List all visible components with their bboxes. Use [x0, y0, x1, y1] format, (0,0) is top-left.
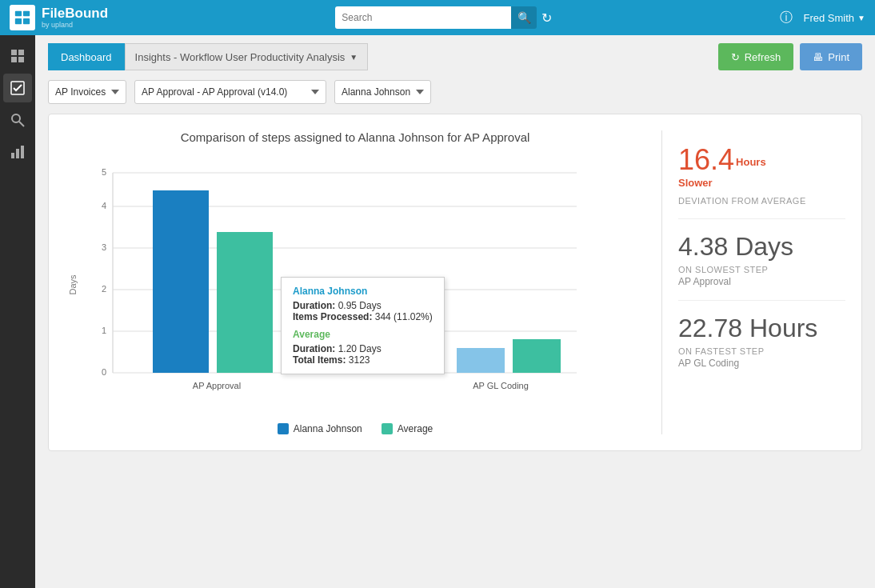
- undo-button[interactable]: ↻: [541, 10, 552, 26]
- chart-tooltip: Alanna Johnson Duration: 0.95 Days Items…: [281, 277, 445, 374]
- search-button[interactable]: 🔍: [511, 6, 537, 29]
- brand-name: FileBound: [42, 6, 108, 21]
- stats-panel: 16.4HoursSlower DEVIATION FROM AVERAGE 4…: [661, 130, 845, 434]
- bar-gl-avg: [513, 339, 561, 373]
- svg-rect-7: [18, 57, 24, 62]
- legend-user-color: [278, 423, 289, 434]
- svg-rect-6: [11, 57, 17, 62]
- svg-rect-5: [18, 50, 24, 55]
- toolbar: Dashboard Insights - Workflow User Produ…: [48, 43, 862, 70]
- fastest-step: AP GL Coding: [678, 358, 845, 369]
- svg-point-9: [12, 114, 20, 122]
- slowest-step: AP Approval: [678, 276, 845, 287]
- tooltip-items: Items Processed: 344 (11.02%): [293, 311, 433, 322]
- svg-rect-0: [15, 11, 22, 16]
- sidebar-item-grid[interactable]: [3, 42, 32, 70]
- print-button[interactable]: 🖶 Print: [800, 43, 862, 70]
- chevron-down-icon: ▼: [350, 53, 358, 62]
- tab-dashboard[interactable]: Dashboard: [48, 43, 125, 70]
- logo: [10, 5, 35, 30]
- tooltip-avg-label: Average: [293, 329, 433, 340]
- svg-rect-4: [11, 50, 17, 55]
- filter-step[interactable]: AP Approval - AP Approval (v14.0): [134, 80, 326, 104]
- svg-rect-3: [23, 18, 30, 24]
- svg-text:AP GL Coding: AP GL Coding: [473, 381, 529, 390]
- user-menu-button[interactable]: Fred Smith ▼: [804, 12, 865, 24]
- svg-text:Days: Days: [68, 274, 78, 295]
- svg-rect-2: [15, 18, 22, 24]
- filter-workflow[interactable]: AP Invoices: [48, 80, 126, 104]
- filter-user[interactable]: Alanna Johnson: [334, 80, 431, 104]
- user-name: Fred Smith: [804, 12, 855, 24]
- search-input[interactable]: [335, 6, 511, 29]
- slowest-value: 4.38 Days: [678, 232, 845, 262]
- sidebar-item-tasks[interactable]: [3, 74, 32, 102]
- stat-fastest: 22.78 Hours ON FASTEST STEP AP GL Coding: [678, 301, 845, 382]
- chart-area: Comparison of steps assigned to Alanna J…: [65, 130, 645, 434]
- legend-avg-label: Average: [398, 423, 433, 434]
- chart-legend: Alanna Johnson Average: [65, 423, 645, 434]
- sidebar-item-charts[interactable]: [3, 138, 32, 166]
- tab-bar: Dashboard Insights - Workflow User Produ…: [48, 43, 368, 70]
- sidebar-item-search[interactable]: [3, 106, 32, 134]
- deviation-label: DEVIATION FROM AVERAGE: [678, 196, 845, 206]
- bar-ap-approval-user: [153, 190, 209, 373]
- stat-deviation: 16.4HoursSlower DEVIATION FROM AVERAGE: [678, 130, 845, 219]
- svg-rect-12: [16, 149, 19, 158]
- legend-user: Alanna Johnson: [278, 423, 362, 434]
- svg-text:AP Approval: AP Approval: [193, 381, 241, 390]
- svg-text:2: 2: [102, 284, 106, 294]
- fastest-value: 22.78 Hours: [678, 314, 845, 343]
- svg-line-10: [19, 122, 24, 126]
- legend-avg-color: [382, 423, 393, 434]
- svg-text:1: 1: [102, 326, 106, 335]
- svg-rect-13: [21, 146, 24, 158]
- help-button[interactable]: ⓘ: [780, 10, 793, 26]
- chevron-down-icon: ▼: [857, 14, 865, 22]
- tooltip-duration: Duration: 0.95 Days: [293, 300, 433, 311]
- svg-text:0: 0: [102, 367, 106, 377]
- brand-sub: by upland: [42, 21, 108, 29]
- bar-gl-user: [457, 348, 505, 373]
- tooltip-user-label: Alanna Johnson: [293, 286, 433, 297]
- filters-row: AP Invoices AP Approval - AP Approval (v…: [48, 80, 862, 104]
- chart-container: Comparison of steps assigned to Alanna J…: [48, 114, 862, 451]
- fastest-label: ON FASTEST STEP: [678, 346, 845, 356]
- svg-rect-11: [11, 153, 14, 158]
- sidebar: [0, 35, 35, 588]
- svg-text:3: 3: [102, 242, 106, 252]
- refresh-icon: ↻: [731, 51, 740, 63]
- svg-rect-1: [23, 11, 30, 16]
- print-icon: 🖶: [813, 51, 823, 63]
- legend-user-label: Alanna Johnson: [294, 423, 362, 434]
- bar-ap-approval-avg: [217, 232, 273, 373]
- tooltip-avg-duration: Duration: 1.20 Days: [293, 343, 433, 354]
- stat-slowest: 4.38 Days ON SLOWEST STEP AP Approval: [678, 219, 845, 301]
- tooltip-total: Total Items: 3123: [293, 354, 433, 366]
- tab-insights-dropdown[interactable]: Insights - Workflow User Productivity An…: [125, 43, 369, 70]
- slowest-label: ON SLOWEST STEP: [678, 265, 845, 274]
- legend-avg: Average: [382, 423, 433, 434]
- chart-title: Comparison of steps assigned to Alanna J…: [65, 130, 645, 144]
- svg-text:4: 4: [102, 201, 106, 210]
- tab-insights-label: Insights - Workflow User Productivity An…: [135, 51, 346, 63]
- svg-text:5: 5: [102, 167, 106, 177]
- deviation-value: 16.4: [678, 143, 734, 176]
- refresh-button[interactable]: ↻ Refresh: [718, 43, 794, 70]
